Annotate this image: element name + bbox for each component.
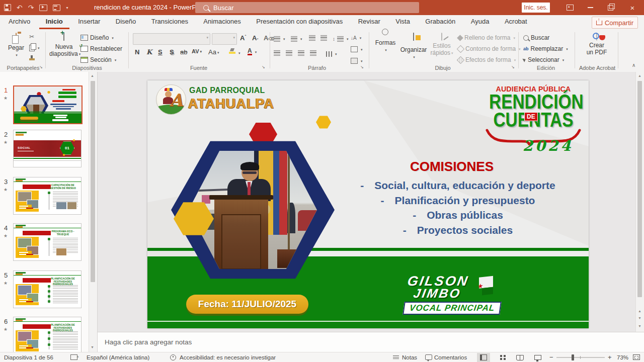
tab-insertar[interactable]: Insertar	[71, 15, 107, 28]
slide-1[interactable]: A GAD PARROQUIAL ATAHUALPA AUDIENCIA PÚB…	[147, 80, 589, 328]
ribbon-display-options-button[interactable]	[561, 0, 579, 15]
text-shadow-button[interactable]: S	[170, 48, 174, 56]
slide-thumbnail-2[interactable]: SOCIAL 01	[13, 130, 82, 167]
section-button[interactable]: Sección	[80, 56, 116, 63]
scrollbar-thumb[interactable]	[91, 81, 95, 282]
tab-inicio[interactable]: Inicio	[39, 15, 69, 29]
previous-slide-icon[interactable]: ▲	[638, 309, 641, 313]
character-spacing-button[interactable]: AV	[192, 48, 202, 54]
slideshow-view-button[interactable]	[531, 353, 544, 362]
format-painter-button[interactable]	[29, 55, 35, 60]
proofing-icon[interactable]	[70, 352, 77, 362]
columns-button[interactable]	[326, 50, 337, 57]
create-pdf-button[interactable]: Crear un PDF	[583, 33, 611, 56]
slide-thumbnail-3[interactable]: CAPACITACIÓN DE GESTIÓN DE RIESGO	[13, 177, 82, 215]
drawing-dialog-launcher[interactable]: ↘	[511, 65, 516, 70]
tab-revisar[interactable]: Revisar	[352, 15, 387, 28]
animation-star-icon[interactable]: ★	[4, 187, 8, 192]
numbering-button[interactable]	[291, 35, 302, 42]
notes-placeholder[interactable]: Haga clic para agregar notas	[105, 338, 192, 346]
sign-in-button[interactable]: Inic. ses.	[522, 3, 550, 13]
slide-thumbnail-5[interactable]: PLANIFICACIÓN DE FESTIVIDADES PARROQUIAL…	[13, 270, 82, 308]
decrease-indent-button[interactable]	[309, 35, 315, 41]
italic-button[interactable]: K	[146, 48, 152, 56]
tab-acrobat[interactable]: Acrobat	[498, 15, 534, 28]
cut-button[interactable]: ✂	[29, 33, 34, 40]
tab-vista[interactable]: Vista	[389, 15, 417, 28]
start-presentation-icon[interactable]	[39, 5, 47, 11]
slide-thumbnail-4[interactable]: PROGRAMA ECO - TRUEQUE	[13, 223, 82, 261]
copy-button[interactable]	[29, 44, 40, 51]
customize-qat-icon[interactable]: ▾	[66, 6, 68, 10]
notes-toggle[interactable]	[393, 352, 399, 362]
increase-indent-button[interactable]	[320, 35, 327, 41]
redo-icon[interactable]: ↷	[28, 4, 34, 11]
restore-button[interactable]	[602, 0, 619, 15]
highlight-color-button[interactable]	[229, 49, 240, 56]
accessibility-status[interactable]: Accesibilidad: es necesario investigar	[180, 352, 276, 362]
thumbnail-scrollbar[interactable]: ▲ ▼	[89, 72, 97, 352]
change-case-button[interactable]: Aa	[208, 48, 219, 56]
decrease-font-button[interactable]: Aˇ	[252, 34, 258, 42]
replace-button[interactable]: abReemplazar	[523, 45, 568, 52]
animation-star-icon[interactable]: ★	[4, 233, 8, 238]
scroll-down-icon[interactable]: ▼	[91, 345, 94, 349]
small-yellow-hexagon-shape[interactable]	[316, 116, 331, 129]
slideshow-settings-icon[interactable]	[53, 5, 60, 11]
tab-ayuda[interactable]: Ayuda	[464, 15, 496, 28]
gad-parroquial-logo[interactable]: A GAD PARROQUIAL ATAHUALPA	[156, 83, 287, 115]
scroll-up-icon[interactable]: ▲	[91, 74, 94, 77]
scroll-up-icon[interactable]: ▲	[638, 74, 641, 77]
animation-star-icon[interactable]: ★	[4, 327, 8, 332]
save-icon[interactable]	[4, 4, 11, 11]
slide-sorter-view-button[interactable]	[496, 353, 509, 362]
canvas-scrollbar[interactable]: ▲ ▲ ▼ ▼	[635, 72, 644, 332]
tab-archivo[interactable]: Archivo	[2, 15, 37, 28]
paste-dropdown[interactable]	[5, 51, 27, 58]
notes-toggle-label[interactable]: Notas	[402, 352, 417, 362]
next-slide-icon[interactable]: ▼	[638, 316, 641, 320]
increase-font-button[interactable]: Aˆ	[240, 34, 246, 42]
select-button[interactable]: Seleccionar	[523, 56, 564, 63]
shapes-button[interactable]: Formas	[373, 33, 397, 53]
font-color-button[interactable]: A	[248, 48, 257, 55]
bullets-button[interactable]	[274, 35, 285, 42]
tab-grabacion[interactable]: Grabación	[419, 15, 462, 28]
paste-button[interactable]: Pegar	[5, 33, 27, 58]
tab-presentacion[interactable]: Presentación con diapositivas	[250, 15, 349, 28]
tab-transiciones[interactable]: Transiciones	[145, 15, 195, 28]
align-center-button[interactable]	[286, 50, 292, 56]
comisiones-heading[interactable]: COMISIONES	[376, 159, 527, 174]
justify-button[interactable]	[310, 50, 316, 56]
animation-star-icon[interactable]: ★	[4, 140, 8, 145]
zoom-in-button[interactable]: +	[608, 352, 612, 362]
notes-pane[interactable]: Haga clic para agregar notas	[98, 332, 644, 352]
arrange-button[interactable]: Organizar	[399, 33, 428, 60]
close-button[interactable]: ×	[624, 0, 641, 15]
clipboard-dialog-launcher[interactable]: ↘	[39, 65, 44, 70]
slide-thumbnail-6[interactable]: PLANIFICACIÓN DE FESTIVIDADES PARROQUIAL…	[13, 317, 82, 352]
slide-editing-canvas[interactable]: A GAD PARROQUIAL ATAHUALPA AUDIENCIA PÚB…	[98, 72, 644, 332]
speaker-name-block[interactable]: GILSON JIMBO ★ VOCAL PRINCIPAL	[403, 275, 513, 315]
align-left-button[interactable]	[274, 50, 280, 56]
zoom-out-button[interactable]: −	[549, 352, 553, 362]
share-button[interactable]: Compartir	[592, 17, 638, 29]
convert-smartart-button[interactable]	[351, 57, 363, 64]
accessibility-icon[interactable]	[170, 352, 176, 362]
undo-icon[interactable]: ↶	[17, 4, 23, 11]
scroll-down-icon[interactable]: ▼	[638, 324, 641, 328]
reset-button[interactable]: Restablecer	[80, 45, 122, 52]
comisiones-list[interactable]: - Social, cultura, educación y deporte -…	[332, 178, 584, 237]
normal-view-button[interactable]	[477, 353, 490, 362]
find-button[interactable]: Buscar	[523, 34, 549, 41]
slide-title-block[interactable]: AUDIENCIA PÚBLICA RENDICIÓN DE CUENTAS 2…	[483, 84, 584, 154]
minimize-button[interactable]	[582, 0, 599, 15]
new-slide-button[interactable]: Nueva diapositiva	[49, 33, 78, 57]
comments-toggle-label[interactable]: Comentarios	[434, 352, 467, 362]
zoom-level[interactable]: 73%	[617, 352, 628, 362]
layout-button[interactable]: Diseño	[80, 34, 114, 41]
scrollbar-thumb[interactable]	[637, 81, 642, 297]
bold-button[interactable]: N	[135, 48, 139, 56]
clear-format-button[interactable]: A⌫	[264, 34, 274, 42]
strikethrough-button[interactable]: ab	[180, 48, 187, 56]
